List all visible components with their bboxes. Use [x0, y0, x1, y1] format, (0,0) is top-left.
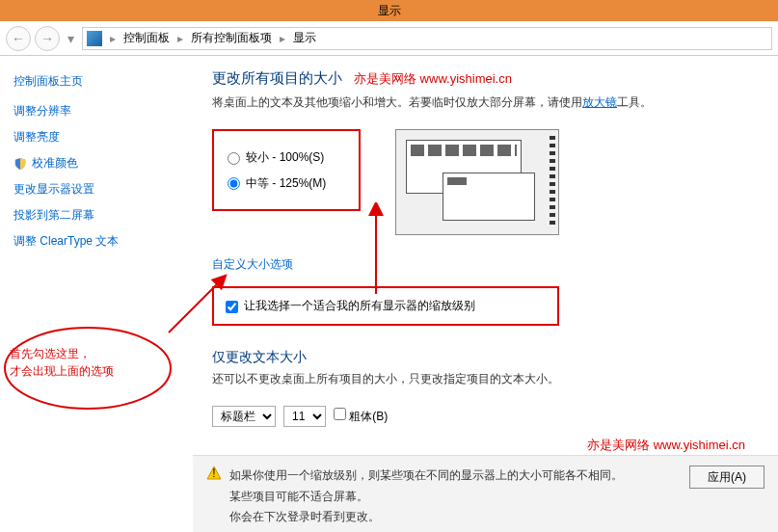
custom-size-link[interactable]: 自定义大小选项: [212, 256, 293, 273]
sidebar: 控制面板主页 调整分辨率 调整亮度 校准颜色 更改显示器设置 投影到第二屏幕 调…: [0, 56, 193, 532]
checkbox-choose-scale[interactable]: 让我选择一个适合我的所有显示器的缩放级别: [226, 299, 475, 312]
breadcrumb-item[interactable]: 控制面板: [123, 30, 170, 46]
warning-line: 如果你使用一个缩放级别，则某些项在不同的显示器上的大小可能各不相同。: [229, 466, 682, 487]
preview-thumbnail: [395, 129, 559, 235]
sub-description: 还可以不更改桌面上所有项目的大小，只更改指定项目的文本大小。: [212, 370, 749, 388]
svg-text:!: !: [212, 466, 215, 480]
breadcrumb-item[interactable]: 所有控制面板项: [191, 30, 272, 46]
magnifier-link[interactable]: 放大镜: [582, 95, 617, 109]
sidebar-link-display-settings[interactable]: 更改显示器设置: [13, 181, 94, 198]
sidebar-link-calibrate[interactable]: 校准颜色: [32, 155, 78, 172]
checkbox-group: 让我选择一个适合我的所有显示器的缩放级别: [212, 286, 559, 326]
checkbox-choose-scale-input[interactable]: [226, 301, 238, 313]
window-title: 显示: [378, 3, 401, 19]
breadcrumb-sep: ▸: [108, 32, 118, 45]
watermark-text: 亦是美网络 www.yishimei.cn: [212, 437, 749, 454]
fontsize-select[interactable]: 11: [283, 406, 326, 427]
warning-icon: !: [206, 466, 222, 481]
preview-window-icon: [443, 173, 535, 221]
content-pane: 更改所有项目的大小 亦是美网络 www.yishimei.cn 将桌面上的文本及…: [193, 56, 778, 532]
shield-icon: [13, 157, 27, 171]
radio-medium-input[interactable]: [228, 177, 240, 190]
sidebar-title[interactable]: 控制面板主页: [13, 73, 179, 90]
breadcrumb-sep: ▸: [175, 32, 185, 45]
radio-medium[interactable]: 中等 - 125%(M): [228, 171, 326, 196]
radio-smaller-input[interactable]: [228, 152, 240, 165]
warning-line: 某些项目可能不适合屏幕。: [229, 487, 682, 508]
bold-checkbox-input[interactable]: [334, 408, 346, 420]
back-button[interactable]: ←: [6, 26, 31, 51]
sub-heading: 仅更改文本大小: [212, 349, 749, 366]
preview-dots: [550, 136, 555, 228]
forward-button[interactable]: →: [35, 26, 60, 51]
breadcrumb-item[interactable]: 显示: [293, 30, 316, 46]
breadcrumb-sep: ▸: [278, 32, 287, 45]
sidebar-link-resolution[interactable]: 调整分辨率: [13, 103, 71, 120]
sidebar-link-cleartype[interactable]: 调整 ClearType 文本: [13, 233, 119, 250]
bold-checkbox[interactable]: 粗体(B): [334, 408, 388, 425]
arrow-left-icon: ←: [12, 31, 25, 46]
arrow-right-icon: →: [40, 31, 54, 46]
warning-line: 你会在下次登录时看到更改。: [229, 507, 682, 528]
navigation-bar: ← → ▾ ▸ 控制面板 ▸ 所有控制面板项 ▸ 显示: [0, 21, 778, 56]
watermark-text: 亦是美网络 www.yishimei.cn: [354, 70, 512, 88]
address-bar[interactable]: ▸ 控制面板 ▸ 所有控制面板项 ▸ 显示: [82, 27, 772, 50]
sidebar-link-project[interactable]: 投影到第二屏幕: [13, 207, 94, 224]
chevron-down-icon[interactable]: ▾: [64, 31, 78, 46]
scale-options-group: 较小 - 100%(S) 中等 - 125%(M): [212, 129, 361, 211]
monitor-icon: [87, 31, 102, 46]
description: 将桌面上的文本及其他项缩小和增大。若要临时仅放大部分屏幕，请使用放大镜工具。: [212, 93, 749, 112]
element-select[interactable]: 标题栏: [212, 406, 276, 427]
window-titlebar: 显示: [0, 0, 778, 21]
radio-smaller[interactable]: 较小 - 100%(S): [228, 145, 326, 170]
sidebar-link-brightness[interactable]: 调整亮度: [13, 129, 60, 146]
warning-panel: ! 如果你使用一个缩放级别，则某些项在不同的显示器上的大小可能各不相同。 某些项…: [193, 455, 778, 532]
page-heading: 更改所有项目的大小: [212, 69, 342, 88]
apply-button[interactable]: 应用(A): [689, 466, 765, 489]
